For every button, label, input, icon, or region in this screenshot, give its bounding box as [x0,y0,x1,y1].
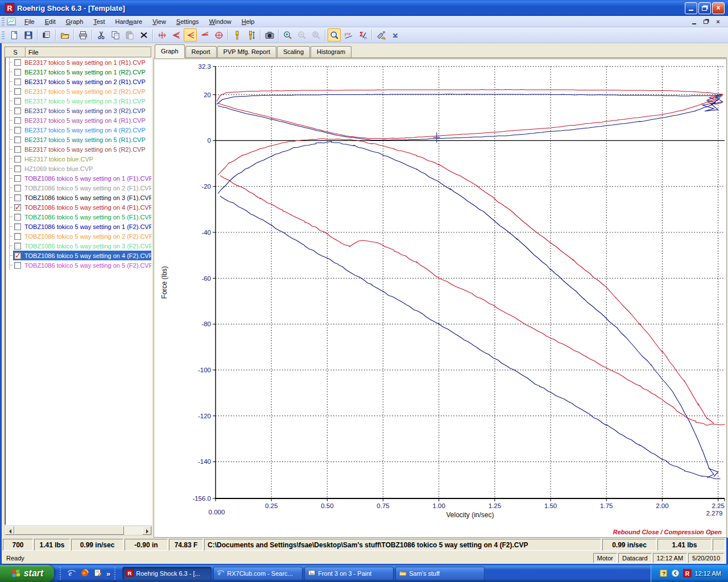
menu-file[interactable]: File [19,16,40,27]
taskbar-task-2[interactable]: eRX7Club.com - Searc... [213,567,303,580]
file-checkbox[interactable] [14,146,21,153]
file-checkbox[interactable] [14,194,21,201]
file-row-body[interactable]: BE2317 tokico 5 way setting on 1 (R2).CV… [13,67,151,77]
toolbar-grip[interactable] [2,31,5,39]
file-row[interactable]: HE2317 tokico blue.CVP [5,154,151,164]
file-list-scrollbar[interactable] [5,526,152,535]
toolbar-button-red-arrows-3[interactable] [198,28,211,41]
tab-scaling[interactable]: Scaling [277,46,310,57]
file-row[interactable]: BE2317 tokico 5 way setting on 1 (R2).CV… [5,67,151,77]
tray-chevron-left[interactable] [671,569,680,579]
file-name[interactable]: BE2317 tokico 5 way setting on 1 (R1).CV… [24,59,146,66]
toolbar-button-red-arrows-2[interactable] [184,28,197,41]
file-row[interactable]: TOBZ1086 tokico 5 way setting on 2 (F1).… [5,183,151,193]
file-checkbox[interactable] [14,78,21,85]
tab-pvp-mfg-report[interactable]: PVP Mfg. Report [217,46,276,57]
toolbar-overflow-button[interactable] [391,28,399,41]
file-row[interactable]: TOBZ1086 tokico 5 way setting on 5 (F2).… [5,260,151,270]
menu-test[interactable]: Test [88,16,110,27]
menu-graph[interactable]: Graph [61,16,89,27]
toolbar-button-zoom-in[interactable] [281,28,294,41]
file-checkbox[interactable] [14,223,21,230]
file-row[interactable]: BE2317 tokico 5 way setting on 1 (R1).CV… [5,57,151,67]
file-checkbox[interactable] [14,262,21,269]
file-checkbox[interactable] [14,233,21,240]
toolbar-button-red-arrows-1[interactable] [169,28,183,41]
file-checkbox[interactable]: ✓ [14,204,21,211]
toolbar-button-paste[interactable] [123,28,136,41]
file-checkbox[interactable] [14,127,21,134]
file-name[interactable]: HZ1069 tokico blue.CVP [24,165,93,172]
force-velocity-plot[interactable]: 32.3200-20-40-60-80-100-120-140-156.00.2… [154,59,726,537]
file-row[interactable]: BE2317 tokico 5 way setting on 2 (R1).CV… [5,77,151,86]
graph-canvas[interactable]: 32.3200-20-40-60-80-100-120-140-156.00.2… [154,59,727,538]
file-row-body[interactable]: TOBZ1086 tokico 5 way setting on 1 (F1).… [13,173,152,183]
file-checkbox[interactable] [14,59,21,66]
file-row-body[interactable]: ✓TOBZ1086 tokico 5 way setting on 4 (F1)… [13,202,152,212]
toolbar-button-shock-double[interactable] [245,28,258,41]
file-row[interactable]: TOBZ1086 tokico 5 way setting on 1 (F2).… [5,222,151,231]
file-name[interactable]: BE2317 tokico 5 way setting on 5 (R1).CV… [24,136,146,143]
file-name[interactable]: TOBZ1086 tokico 5 way setting on 1 (F2).… [24,223,152,230]
file-row-body[interactable]: BE2317 tokico 5 way setting on 4 (R1).CV… [13,115,151,125]
quick-launch-grip[interactable] [60,567,61,580]
toolbar-button-delete[interactable] [137,28,150,41]
menu-window[interactable]: Window [204,16,237,27]
taskbar-task-1[interactable]: RRoehrig Shock 6.3 - [... [122,567,212,580]
tab-report[interactable]: Report [185,46,217,57]
file-row-body[interactable]: BE2317 tokico 5 way setting on 1 (R1).CV… [13,57,151,67]
toolbar-button-red-circle-cross[interactable] [212,28,225,41]
toolbar-button-zoom-cursor[interactable] [328,28,341,41]
file-row-body[interactable]: BE2317 tokico 5 way setting on 3 (R2).CV… [13,106,151,115]
quick-launch-overflow-chevron[interactable]: » [106,569,110,578]
toolbar-button-save[interactable] [22,28,35,41]
file-row[interactable]: BE2317 tokico 5 way setting on 5 (R1).CV… [5,135,151,144]
file-checkbox[interactable]: ✓ [14,252,21,259]
file-name[interactable]: BE2317 tokico 5 way setting on 2 (R2).CV… [24,88,146,95]
toolbar-button-cut[interactable] [94,28,107,41]
file-checkbox[interactable] [14,88,21,95]
menu-view[interactable]: View [147,16,171,27]
file-row[interactable]: TOBZ1086 tokico 5 way setting on 5 (F1).… [5,212,151,222]
file-row-body[interactable]: BE2317 tokico 5 way setting on 5 (R2).CV… [13,144,151,154]
file-name[interactable]: BE2317 tokico 5 way setting on 1 (R2).CV… [24,69,146,76]
tab-graph[interactable]: Graph [155,44,185,58]
menu-help[interactable]: Help [237,16,260,27]
task-area-grip[interactable] [114,567,115,580]
file-checkbox[interactable] [14,69,21,76]
file-row[interactable]: HZ1069 tokico blue.CVP [5,164,151,173]
file-name[interactable]: TOBZ1086 tokico 5 way setting on 5 (F2).… [24,262,152,269]
file-row[interactable]: BE2317 tokico 5 way setting on 5 (R2).CV… [5,144,151,154]
file-name[interactable]: BE2317 tokico 5 way setting on 2 (R1).CV… [24,78,146,85]
toolbar-button-new-document[interactable] [7,28,20,41]
taskbar-task-4[interactable]: Sam's stuff [395,567,485,580]
file-row-body[interactable]: TOBZ1086 tokico 5 way setting on 2 (F1).… [13,183,152,193]
file-checkbox[interactable] [14,165,21,172]
tray-roehrig[interactable]: R [683,569,692,579]
scroll-left-button[interactable] [5,526,14,535]
quicklaunch-show-desktop[interactable] [93,568,102,579]
file-row[interactable]: TOBZ1086 tokico 5 way setting on 3 (F1).… [5,193,151,202]
menu-hardware[interactable]: Hardware [110,16,148,27]
file-name[interactable]: BE2317 tokico 5 way setting on 4 (R1).CV… [24,117,146,124]
file-row-body[interactable]: HE2317 tokico blue.CVP [13,154,151,164]
file-checkbox[interactable] [14,98,21,105]
file-checkbox[interactable] [14,214,21,221]
mdi-minimize-button[interactable] [690,18,698,26]
tray-help-question[interactable]: ? [659,569,668,579]
file-name[interactable]: BE2317 tokico 5 way setting on 4 (R2).CV… [24,127,146,134]
file-row[interactable]: BE2317 tokico 5 way setting on 3 (R2).CV… [5,106,151,115]
file-row-body[interactable]: TOBZ1086 tokico 5 way setting on 1 (F2).… [13,222,152,231]
file-row-body[interactable]: TOBZ1086 tokico 5 way setting on 5 (F1).… [13,212,152,222]
toolbar-button-sigma-n[interactable]: Σn [356,28,369,41]
file-row-body[interactable]: TOBZ1086 tokico 5 way setting on 3 (F2).… [13,241,152,251]
scrollbar-thumb[interactable] [14,526,124,535]
file-row[interactable]: TOBZ1086 tokico 5 way setting on 2 (F2).… [5,231,151,241]
file-checkbox[interactable] [14,175,21,182]
quicklaunch-internet-explorer[interactable]: e [67,568,76,579]
file-name[interactable]: TOBZ1086 tokico 5 way setting on 3 (F2).… [24,243,152,250]
file-name[interactable]: TOBZ1086 tokico 5 way setting on 3 (F1).… [24,194,152,201]
document-chart-icon[interactable] [7,17,16,26]
file-row[interactable]: BE2317 tokico 5 way setting on 3 (R1).CV… [5,96,151,106]
menu-settings[interactable]: Settings [171,16,204,27]
